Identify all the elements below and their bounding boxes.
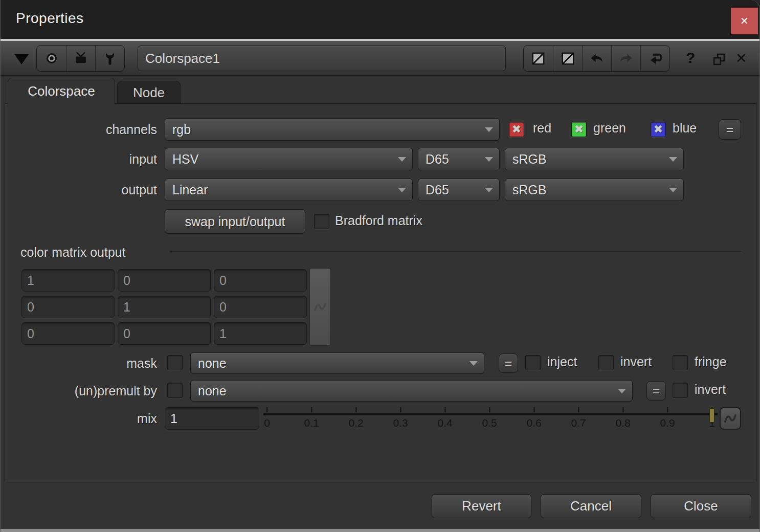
input-primaries-dropdown[interactable]: sRGB <box>505 148 684 170</box>
chevron-down-icon <box>485 127 493 132</box>
bradford-matrix-checkbox[interactable] <box>314 214 329 229</box>
footer-button-bar: Revert Cancel Close <box>1 482 759 529</box>
input-label: input <box>5 148 157 170</box>
mix-animation-button[interactable] <box>720 407 741 430</box>
input-illuminant-value: D65 <box>426 152 449 167</box>
output-label: output <box>5 179 157 201</box>
float-window-icon <box>711 52 727 66</box>
tick-label: 0.9 <box>660 417 675 429</box>
channels-equals-button[interactable]: = <box>719 119 741 140</box>
loop-arrow-icon <box>647 51 663 65</box>
inject-label: inject <box>547 354 577 369</box>
output-colorspace-dropdown[interactable]: Linear <box>165 179 413 201</box>
settings-button[interactable] <box>95 46 124 71</box>
input-illuminant-dropdown[interactable]: D65 <box>418 148 500 170</box>
unpremult-dropdown[interactable]: none <box>190 380 633 402</box>
mix-value-input[interactable] <box>165 407 259 430</box>
tick-label: 0.6 <box>526 417 541 429</box>
channel-green-checkbox[interactable]: ✖ <box>571 122 587 137</box>
tick-label: 0 <box>264 417 270 429</box>
matrix-cell-0-2[interactable] <box>214 269 307 292</box>
node-name-input[interactable] <box>138 46 506 71</box>
revert-loop-button[interactable] <box>640 46 669 71</box>
tick-mark <box>400 407 401 412</box>
tab-colorspace[interactable]: Colorspace <box>8 78 115 104</box>
channel-blue-checkbox[interactable]: ✖ <box>651 122 666 137</box>
tick-label: 0.8 <box>615 417 630 429</box>
channels-label: channels <box>5 118 157 141</box>
tv-icon <box>73 51 88 65</box>
matrix-cell-1-0[interactable] <box>21 296 115 318</box>
channels-dropdown[interactable]: rgb <box>165 118 500 141</box>
mask-invert-label: invert <box>620 354 652 369</box>
properties-window: Properties ✕ <box>0 0 760 532</box>
mask-checkbox[interactable] <box>167 355 183 370</box>
matrix-cell-2-0[interactable] <box>21 322 115 345</box>
tick-label: 0.4 <box>437 417 452 429</box>
matrix-cell-2-2[interactable] <box>214 322 307 345</box>
mix-slider-handle[interactable] <box>709 408 714 423</box>
channel-slash-button-1[interactable] <box>524 46 553 71</box>
fringe-checkbox[interactable] <box>673 355 688 370</box>
chevron-down-icon <box>618 389 626 393</box>
matrix-animation-button[interactable] <box>309 268 331 346</box>
unpremult-invert-checkbox[interactable] <box>673 383 688 398</box>
input-primaries-value: sRGB <box>512 152 547 167</box>
color-matrix-divider <box>170 251 742 252</box>
inject-checkbox[interactable] <box>525 355 541 370</box>
output-primaries-value: sRGB <box>512 183 547 197</box>
edit-button-group <box>523 45 670 72</box>
matrix-cell-2-1[interactable] <box>118 322 211 345</box>
tick-label: 0.2 <box>348 417 363 429</box>
help-button[interactable]: ? <box>686 49 695 66</box>
center-node-button[interactable] <box>37 46 66 71</box>
channels-dropdown-value: rgb <box>172 122 191 137</box>
matrix-cell-0-1[interactable] <box>118 269 211 292</box>
channel-slash-button-2[interactable] <box>553 46 582 71</box>
mix-slider[interactable]: 0 0.1 0.2 0.3 0.4 0.5 0.6 0.7 0.8 0.9 1 <box>263 407 719 431</box>
matrix-cell-1-2[interactable] <box>214 296 307 318</box>
input-colorspace-dropdown[interactable]: HSV <box>165 148 413 170</box>
matrix-cell-1-1[interactable] <box>118 296 211 318</box>
collapse-triangle-icon[interactable] <box>14 54 29 64</box>
animation-curve-icon <box>312 299 328 315</box>
unpremult-checkbox[interactable] <box>167 383 183 398</box>
undo-icon <box>589 52 605 65</box>
tick-mark <box>444 407 445 412</box>
tick-mark <box>667 407 668 412</box>
mask-dropdown[interactable]: none <box>190 352 484 374</box>
slash-square-icon <box>561 52 575 65</box>
record-target-icon <box>44 51 59 65</box>
channel-red-checkbox[interactable]: ✖ <box>509 122 524 137</box>
redo-button[interactable] <box>611 46 640 71</box>
swap-input-output-button[interactable]: swap input/output <box>165 209 305 234</box>
revert-button[interactable]: Revert <box>432 494 531 518</box>
close-button[interactable]: Close <box>651 494 751 518</box>
output-illuminant-dropdown[interactable]: D65 <box>418 179 500 201</box>
float-window-button[interactable] <box>711 52 727 69</box>
window-close-button[interactable]: ✕ <box>731 8 758 34</box>
check-x-icon: ✖ <box>512 124 521 135</box>
chevron-down-icon <box>485 157 493 162</box>
monitor-output-button[interactable] <box>66 46 95 71</box>
animation-curve-icon <box>723 411 738 426</box>
mask-invert-checkbox[interactable] <box>598 355 614 370</box>
window-bottom-edge <box>1 529 759 532</box>
tick-mark <box>311 407 312 412</box>
tick-label: 0.7 <box>571 417 586 429</box>
chevron-down-icon <box>669 188 677 192</box>
panel-close-button[interactable]: ✕ <box>735 50 747 66</box>
chevron-down-icon <box>398 157 406 162</box>
cancel-button[interactable]: Cancel <box>541 494 641 518</box>
matrix-cell-0-0[interactable] <box>21 269 115 292</box>
undo-button[interactable] <box>582 46 611 71</box>
chevron-down-icon <box>398 188 406 192</box>
mask-equals-button[interactable]: = <box>499 353 518 373</box>
tab-node[interactable]: Node <box>117 81 181 104</box>
close-icon: ✕ <box>740 15 749 27</box>
chevron-down-icon <box>485 188 493 192</box>
output-primaries-dropdown[interactable]: sRGB <box>505 179 684 201</box>
channel-blue-label: blue <box>673 121 697 136</box>
tick-label: 0.1 <box>304 417 319 429</box>
unpremult-equals-button[interactable]: = <box>646 381 666 401</box>
